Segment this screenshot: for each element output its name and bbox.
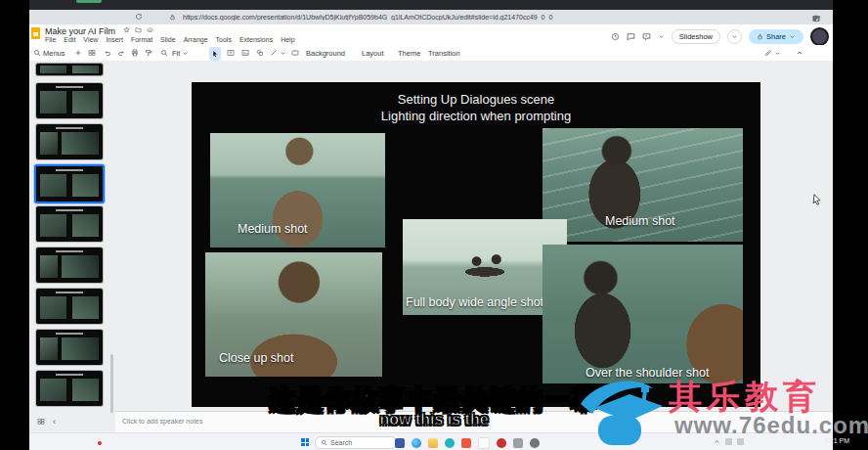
slide-thumbnail-2[interactable] [35,82,104,119]
menu-help[interactable]: Help [281,36,294,43]
slide-thumbnail-7[interactable] [35,288,104,325]
shot-label: Medium shot [605,214,675,228]
move-folder-icon[interactable] [135,26,142,33]
collapse-filmstrip-icon[interactable]: ‹ [53,417,56,427]
speaker-notes-placeholder[interactable]: Click to add speaker notes [122,418,203,425]
paint-roller-icon [145,49,152,57]
menu-format[interactable]: Format [131,36,152,43]
insert-line-button[interactable] [270,47,278,59]
slideshow-caret-button[interactable] [727,29,742,44]
tray-icon[interactable] [737,438,744,445]
taskbar-app-icon-6[interactable] [513,438,523,448]
menu-tools[interactable]: Tools [216,36,232,43]
present-to-meet-icon[interactable] [642,32,651,41]
url-input[interactable]: https://docs.google.com/presentation/d/1… [183,14,642,21]
filmstrip-scrollbar[interactable] [110,354,113,413]
search-icon [33,49,41,57]
menu-extensions[interactable]: Extensions [239,36,273,43]
taskbar-app-icon-4[interactable] [478,437,490,449]
slide-title-text[interactable]: Setting Up Dialogues scene Lighting dire… [192,91,760,124]
background-button[interactable]: Background [306,47,345,59]
taskbar-app-icon-3[interactable] [461,438,471,448]
document-title[interactable]: Make your AI Film [45,26,115,36]
taskbar-app-icon-5[interactable] [497,438,506,448]
slide-thumbnail-6[interactable] [35,247,104,284]
browser-tab-favicon[interactable] [76,0,102,3]
windows-start-button[interactable] [301,438,309,446]
tray-chevron-up-icon[interactable] [714,438,720,445]
meet-caret-icon[interactable] [658,33,665,40]
slide-thumbnail-1[interactable] [35,63,104,76]
shot-image-medium-right[interactable]: Medium shot [542,128,743,242]
taskbar-app-icon-7[interactable] [530,438,540,448]
transition-button[interactable]: Transition [428,47,460,59]
comments-icon[interactable] [627,32,635,41]
slide-canvas[interactable]: Setting Up Dialogues scene Lighting dire… [192,82,760,407]
tray-icon[interactable] [725,438,732,445]
speaker-notes-bar[interactable]: Click to add speaker notes [115,411,833,433]
slide-thumbnail-8[interactable] [35,329,104,366]
zoom-button[interactable] [160,47,168,59]
line-caret-button[interactable] [280,47,286,59]
taskbar-search[interactable]: Search [315,436,397,449]
layout-button[interactable]: Layout [362,47,384,59]
profile-icon[interactable] [812,15,820,22]
share-button[interactable]: Share [749,29,803,44]
redo-button[interactable] [117,47,125,59]
taskbar-explorer-icon[interactable] [428,438,438,448]
star-doc-icon[interactable] [123,26,130,33]
grid-view-icon[interactable] [37,418,45,426]
menu-insert[interactable]: Insert [106,36,123,43]
search-icon [321,439,327,446]
reload-icon[interactable] [135,13,143,21]
taskbar-app-icon-1[interactable] [395,438,405,448]
system-tray[interactable] [714,438,744,445]
paint-format-button[interactable] [145,47,152,59]
shot-image-over-shoulder[interactable]: Over the shoulder shot [542,245,743,383]
grid-icon [88,49,96,57]
undo-icon [104,49,111,57]
text-box-button[interactable] [227,47,235,59]
slide-thumbnail-9[interactable] [35,370,104,407]
menu-file[interactable]: File [45,36,56,43]
slide-thumbnail-5[interactable] [35,205,104,243]
menu-edit[interactable]: Edit [64,36,75,43]
editor-workspace: ‹ Setting Up Dialogues scene Lighting di… [29,61,833,411]
print-button[interactable] [131,47,139,59]
menu-view[interactable]: View [83,36,98,43]
google-slides-icon[interactable] [31,27,40,39]
insert-placeholder-button[interactable] [291,47,299,59]
taskbar-edge-icon[interactable] [412,438,421,448]
print-icon [131,49,139,57]
redo-icon [117,49,125,57]
select-tool-button[interactable] [209,47,221,61]
shot-image-medium-left[interactable]: Medium shot [210,133,385,248]
insert-image-button[interactable] [241,47,249,59]
menus-search-button[interactable]: Menus [33,47,65,59]
image-icon [241,49,249,57]
slide-thumbnail-4-selected[interactable] [34,164,105,203]
menu-arrange[interactable]: Arrange [184,36,208,43]
caret-down-icon [731,33,738,40]
menu-slide[interactable]: Slide [160,36,176,43]
chevron-up-icon [796,49,803,57]
undo-button[interactable] [104,47,111,59]
video-frame: https://docs.google.com/presentation/d/1… [0,0,868,450]
slide-layouts-button[interactable] [88,47,96,59]
taskbar-app-icon-2[interactable] [445,438,455,448]
shot-image-close-up[interactable]: Close up shot [205,252,382,377]
version-history-icon[interactable] [611,32,620,41]
mouse-cursor [811,192,823,207]
zoom-icon [160,49,168,57]
slideshow-button[interactable]: Slideshow [672,29,720,44]
new-slide-button[interactable] [74,47,82,59]
fit-zoom-select[interactable]: Fit [172,47,189,59]
lock-icon [169,14,176,21]
shot-label: Medium shot [238,222,308,236]
hide-menus-button[interactable] [796,47,803,59]
theme-button[interactable]: Theme [398,47,420,59]
editing-mode-button[interactable] [764,47,781,59]
account-avatar[interactable] [810,27,829,46]
slide-thumbnail-3[interactable] [35,123,104,160]
insert-shape-button[interactable] [256,47,264,59]
